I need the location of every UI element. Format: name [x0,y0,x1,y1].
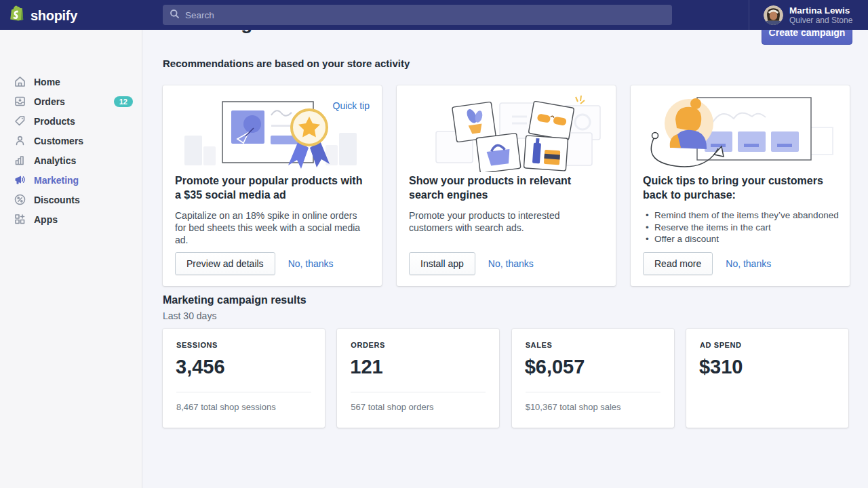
sidebar-item-home[interactable]: Home [0,72,142,92]
recommendation-card-search-engines: Show your products in relevant search en… [397,85,616,286]
recommendation-cards: Quick tip [163,85,850,286]
stat-card-sessions: SESSIONS 3,456 8,467 total shop sessions [163,329,325,428]
card-title: Promote your popular products with a $35… [175,174,370,202]
bullet-item: Reserve the items in the cart [646,222,842,234]
sidebar-item-products[interactable]: Products [0,111,142,131]
stat-value: $310 [699,356,743,378]
customer-return-illustration [631,94,850,172]
main-content: Marketing Create campaign Recommendation… [142,0,868,488]
home-icon [14,75,26,88]
no-thanks-link[interactable]: No, thanks [488,258,534,269]
stat-value: $6,057 [525,356,585,378]
campaign-results-heading: Marketing campaign results [163,294,307,306]
sidebar-item-label: Discounts [34,195,133,205]
card-actions: Install app No, thanks [409,252,534,275]
customers-icon [14,134,26,147]
avatar [764,5,783,25]
shopify-bag-icon [9,5,26,26]
global-search[interactable] [163,5,672,25]
divider [176,392,311,392]
sidebar-item-analytics[interactable]: Analytics [0,150,142,170]
sidebar-item-label: Home [34,77,133,87]
sidebar-item-orders[interactable]: Orders 12 [0,92,142,111]
install-app-button[interactable]: Install app [409,252,475,275]
orders-count-badge: 12 [114,96,133,107]
user-text: Martina Lewis Quiver and Stone [789,5,852,25]
stat-value: 121 [350,356,382,378]
sidebar-item-customers[interactable]: Customers [0,131,142,150]
stat-label: ORDERS [351,341,385,349]
stat-card-ad-spend: AD SPEND $310 [686,329,848,428]
analytics-icon [14,154,26,167]
card-title: Quick tips to bring your customers back … [643,174,837,202]
user-store: Quiver and Stone [789,16,852,25]
orders-icon [14,95,26,108]
shopify-logo[interactable]: shopify [9,5,77,26]
stat-card-orders: ORDERS 121 567 total shop orders [337,329,499,428]
sidebar-item-label: Analytics [34,155,133,166]
bullet-item: Remind them of the items they’ve abandon… [646,209,842,222]
search-input[interactable] [185,10,665,20]
stat-card-sales: SALES $6,057 $10,367 total shop sales [512,329,674,428]
card-body: Capitalize on an 18% spike in online ord… [175,209,370,246]
sidebar-item-label: Products [34,116,133,127]
sidebar-item-discounts[interactable]: Discounts [0,190,142,209]
sidebar-item-label: Orders [34,96,114,107]
stat-label: SESSIONS [176,341,218,349]
bullet-item: Offer a discount [646,233,842,245]
user-name: Martina Lewis [789,5,852,16]
marketing-icon [14,174,26,186]
divider [749,0,749,30]
sidebar-item-apps[interactable]: Apps [0,209,142,229]
apps-icon [14,213,26,226]
discounts-icon [14,193,26,206]
no-thanks-link[interactable]: No, thanks [288,258,334,269]
stat-note: 567 total shop orders [351,402,433,412]
sidebar-item-marketing[interactable]: Marketing [0,170,142,190]
recommendations-heading: Recommendations are based on your store … [163,58,410,69]
products-icon [14,115,26,127]
stat-value: 3,456 [176,356,225,378]
card-title: Show your products in relevant search en… [409,174,604,202]
stat-note: $10,367 total shop sales [526,402,621,412]
card-actions: Preview ad details No, thanks [175,252,334,275]
sidebar-item-label: Apps [34,214,133,225]
divider [351,392,486,392]
stat-label: SALES [526,341,553,349]
sidebar-item-label: Marketing [34,175,133,186]
stat-label: AD SPEND [700,341,742,349]
stat-note: 8,467 total shop sessions [176,402,276,412]
card-bullet-list: Remind them of the items they’ve abandon… [646,209,842,245]
divider [526,392,660,392]
campaign-results-period: Last 30 days [163,310,216,321]
campaign-stats: SESSIONS 3,456 8,467 total shop sessions… [163,329,848,428]
recommendation-card-social-ad: Quick tip [163,85,382,286]
card-actions: Read more No, thanks [643,252,771,275]
search-icon [170,9,180,22]
card-body: Promote your products to interested cust… [409,209,604,234]
top-bar: shopify Martina Lewis Quiver and Stone [0,0,868,30]
preview-ad-details-button[interactable]: Preview ad details [175,252,275,275]
quick-tip-link[interactable]: Quick tip [333,100,370,111]
shopify-wordmark: shopify [31,8,77,24]
no-thanks-link[interactable]: No, thanks [726,258,771,269]
read-more-button[interactable]: Read more [643,252,713,275]
search-ads-illustration [397,94,616,172]
user-menu[interactable]: Martina Lewis Quiver and Stone [764,5,852,25]
sidebar-item-label: Customers [34,136,133,146]
sidebar-nav: Home Orders 12 Products Customers Analyt… [0,30,142,488]
recommendation-card-abandoned-cart: Quick tips to bring your customers back … [631,85,850,286]
